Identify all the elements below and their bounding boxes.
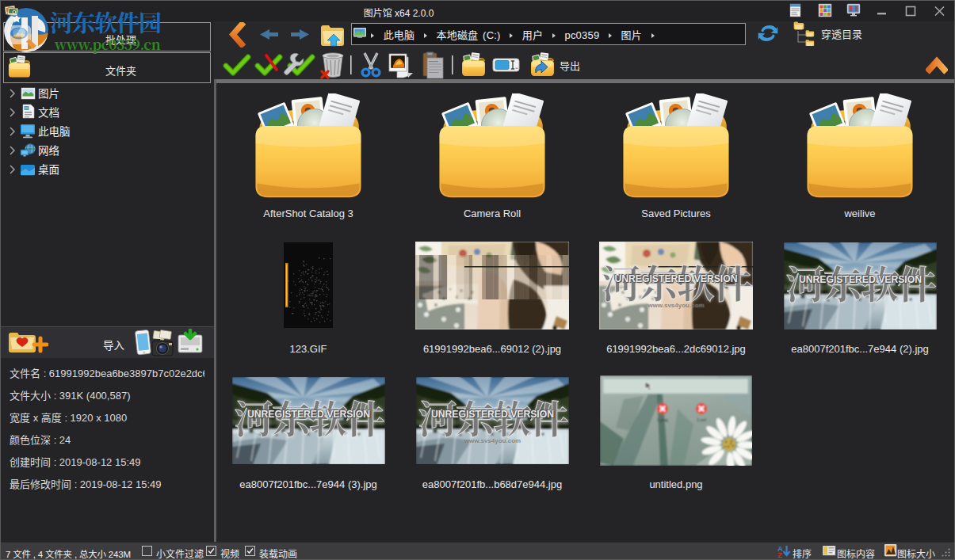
svg-text:网络: 网络: [38, 142, 59, 158]
svg-text:桌面: 桌面: [38, 161, 59, 177]
svg-text:文档: 文档: [38, 104, 59, 120]
svg-text:此电脑: 此电脑: [38, 123, 71, 139]
svg-text:Z: Z: [777, 550, 782, 558]
svg-text:2.xcf: 2.xcf: [697, 417, 706, 422]
svg-text:1.png: 1.png: [657, 417, 668, 422]
svg-text:图片: 图片: [38, 85, 59, 101]
